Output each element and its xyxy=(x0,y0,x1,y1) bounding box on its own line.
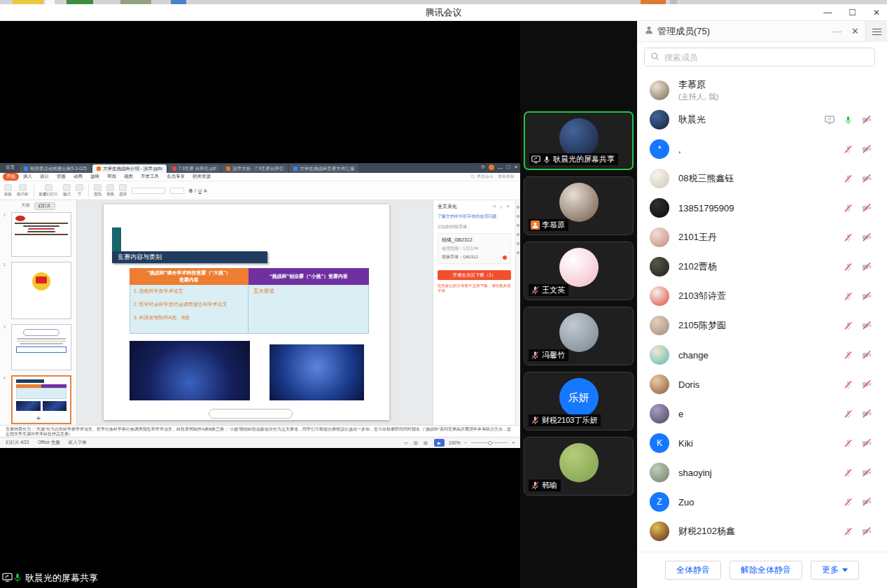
member-row[interactable]: ZZuo xyxy=(637,487,887,517)
member-row[interactable]: 财税2102杨鑫 xyxy=(637,517,887,546)
zoom-in-icon[interactable]: + xyxy=(512,440,515,445)
wps-menu-item[interactable]: 会员专享 xyxy=(163,173,188,181)
member-row[interactable]: 2102曹杨 xyxy=(637,252,887,281)
mute-all-button[interactable]: 全体静音 xyxy=(665,561,721,580)
mic-muted-icon[interactable] xyxy=(844,527,853,536)
speaker-notes-pane[interactable]: 竞赛内容分为：“大挑”分为自然科学类学术论文、哲学社会科学类社会调查报告和学术论… xyxy=(0,425,520,437)
wps-menu-item[interactable]: 开始 xyxy=(3,173,19,181)
member-row[interactable]: 耿晨光 xyxy=(637,105,887,134)
camera-muted-icon[interactable] xyxy=(862,350,872,360)
member-row[interactable]: shaoyinj xyxy=(637,458,887,487)
add-slide-button[interactable]: + xyxy=(0,414,77,422)
mic-muted-icon[interactable] xyxy=(844,204,853,213)
mic-muted-icon[interactable] xyxy=(844,380,853,389)
toolbar-group[interactable]: 版式 xyxy=(63,184,71,197)
toolbar-group[interactable]: 查找 xyxy=(94,184,102,197)
member-list-scrollbar[interactable] xyxy=(883,84,886,532)
member-row[interactable]: 13851795909 xyxy=(637,193,887,223)
camera-muted-icon[interactable] xyxy=(862,144,872,154)
member-row[interactable]: KKiki xyxy=(637,428,887,458)
task-pane-header-icons[interactable]: ⟳ ⤓ ✕ xyxy=(493,204,511,209)
wps-doc-tab[interactable]: 大学生挑战杯竞赛文件汇编 xyxy=(289,164,358,173)
member-download-button[interactable]: 开通会员后下载（1） xyxy=(438,270,511,280)
camera-muted-icon[interactable] xyxy=(862,321,872,330)
mic-muted-icon[interactable] xyxy=(844,262,853,272)
panel-menu-button[interactable] xyxy=(865,21,887,42)
mic-muted-icon[interactable] xyxy=(844,498,853,507)
unmute-all-button[interactable]: 解除全体静音 xyxy=(729,561,802,580)
wps-menu-item[interactable]: 稻壳资源 xyxy=(189,173,214,181)
view-switch-icons[interactable]: ▭ ▥ ▤ xyxy=(404,440,430,446)
video-tile[interactable]: 冯馨竹 xyxy=(524,307,634,365)
member-row[interactable]: Doris xyxy=(637,370,887,399)
member-row[interactable]: 2103邹诗萱 xyxy=(637,281,887,311)
minimize-icon[interactable]: — xyxy=(823,8,832,17)
member-row[interactable]: 08税三熊鑫钰 xyxy=(637,164,887,193)
camera-muted-icon[interactable] xyxy=(862,468,872,477)
mic-muted-icon[interactable] xyxy=(844,174,853,183)
member-row[interactable]: 2105陈梦圆 xyxy=(637,311,887,340)
wps-maximize-icon[interactable]: ☐ xyxy=(506,164,510,170)
camera-muted-icon[interactable] xyxy=(862,262,872,272)
task-pane-link[interactable]: 了解文档中外部字体的使用问题 xyxy=(438,214,511,220)
video-tile[interactable]: 韩瑜 xyxy=(524,437,634,496)
close-icon[interactable]: ✕ xyxy=(873,8,880,17)
wps-menu-item[interactable]: 放映 xyxy=(87,173,103,181)
member-row[interactable]: *, xyxy=(637,134,887,164)
member-row[interactable]: change xyxy=(637,340,887,370)
camera-muted-icon[interactable] xyxy=(862,497,872,507)
camera-muted-icon[interactable] xyxy=(862,232,872,242)
wps-doc-tab[interactable]: 7.9竞赛 自荐信.pdf xyxy=(168,164,221,173)
mic-muted-icon[interactable] xyxy=(844,351,853,360)
toolbar-group[interactable]: 选择 xyxy=(119,184,127,197)
toolbar-group[interactable]: 格式刷 xyxy=(17,184,29,197)
slide-thumbnail[interactable] xyxy=(11,212,71,257)
font-family-dropdown[interactable] xyxy=(132,188,165,194)
slide-thumbnail[interactable] xyxy=(11,262,71,319)
wps-menu-item[interactable]: 切换 xyxy=(53,173,69,181)
wps-doc-tab[interactable]: 校团委活动相册台账5-3-025 xyxy=(20,164,91,173)
toolbar-group[interactable]: 节 xyxy=(76,184,83,197)
camera-muted-icon[interactable] xyxy=(862,379,872,389)
camera-muted-icon[interactable] xyxy=(862,291,872,301)
wps-menu-item[interactable]: 视图 xyxy=(120,173,137,181)
pane-tab[interactable]: 幻灯片 xyxy=(34,202,55,210)
format-button[interactable]: B xyxy=(189,188,193,193)
search-input[interactable] xyxy=(663,52,869,63)
mic-muted-icon[interactable] xyxy=(844,468,853,477)
mic-muted-icon[interactable] xyxy=(844,410,853,419)
wps-command-search[interactable]: 查找命令、搜索模板 xyxy=(477,174,515,180)
camera-muted-icon[interactable] xyxy=(862,438,872,448)
font-size-dropdown[interactable] xyxy=(170,188,184,194)
zoom-out-icon[interactable]: − xyxy=(464,440,467,445)
more-button[interactable]: 更多 xyxy=(811,561,859,580)
maximize-icon[interactable]: ☐ xyxy=(848,8,856,17)
wps-account-avatar[interactable] xyxy=(489,164,494,170)
wps-menu-item[interactable]: 开发工具 xyxy=(137,173,162,181)
wps-home-tab[interactable]: 首页 xyxy=(2,164,20,173)
more-options-icon[interactable]: ··· xyxy=(832,26,841,36)
mic-on-icon[interactable] xyxy=(844,115,853,125)
wps-menu-item[interactable]: 设计 xyxy=(36,173,53,181)
wps-menu-item[interactable]: 插入 xyxy=(20,173,36,181)
wps-menu-item[interactable]: 动画 xyxy=(70,173,86,181)
video-tile[interactable]: 乐妍财税2103丁乐妍 xyxy=(524,372,634,430)
wps-doc-tab[interactable]: 大学生挑战杯介绍 - 演示.pptx xyxy=(92,164,167,173)
toolbar-group[interactable]: 替换 xyxy=(106,184,114,197)
wps-minimize-icon[interactable]: — xyxy=(498,165,503,170)
slide-thumbnail[interactable] xyxy=(11,324,71,370)
mic-muted-icon[interactable] xyxy=(844,321,853,330)
wps-close-icon[interactable]: ✕ xyxy=(514,164,518,170)
member-row[interactable]: 2101王丹 xyxy=(637,223,887,252)
format-button[interactable]: A xyxy=(204,188,207,193)
close-panel-icon[interactable]: ✕ xyxy=(851,26,859,36)
mic-muted-icon[interactable] xyxy=(844,145,853,154)
camera-muted-icon[interactable] xyxy=(862,409,872,419)
wps-sync-icon[interactable]: ⟳ xyxy=(481,164,485,170)
video-tile[interactable]: 耿晨光的屏幕共享 xyxy=(524,111,634,170)
mic-muted-icon[interactable] xyxy=(844,439,853,448)
pane-tab[interactable]: 大纲 xyxy=(22,202,30,210)
video-tile[interactable]: 李慕原 xyxy=(524,176,634,235)
member-row[interactable]: 李慕原(主持人, 我) xyxy=(637,76,887,105)
format-button[interactable]: U xyxy=(198,188,202,193)
